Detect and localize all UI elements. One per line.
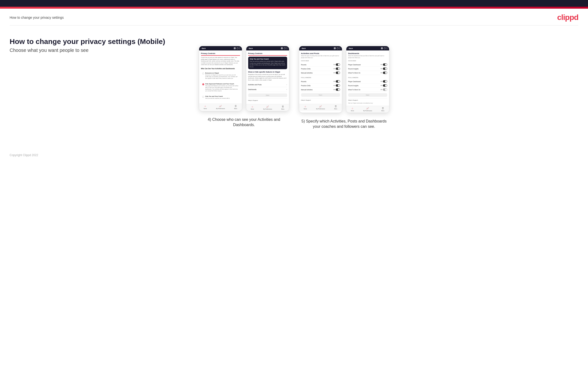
phone-topbar-3: ‹ Back — [299, 46, 342, 50]
menu-icon-4[interactable] — [387, 47, 387, 49]
nav-home-3[interactable]: ⌂ Home — [304, 105, 307, 109]
manual-followers-toggle[interactable] — [336, 88, 340, 91]
radio-approved-1b[interactable]: Only Approved Followers and Your Coach O… — [201, 82, 240, 93]
nav-perf-2b[interactable]: 📈 My Performance — [263, 105, 272, 110]
nav-home-4[interactable]: ⌂ Home — [351, 107, 354, 111]
dashboards-desc-4: Select the dashboards that you'd like to… — [348, 55, 387, 58]
nav-perf-1b[interactable]: 📈 My Performance — [216, 105, 225, 109]
phone-topbar-4: ‹ Back — [346, 46, 389, 50]
profile-icon-3[interactable] — [337, 47, 339, 49]
list-dashboards-2b[interactable]: Dashboards › — [248, 87, 287, 92]
back-btn-2b[interactable]: ‹ Back — [248, 48, 253, 49]
drills-coaches-toggle-wrap: ON — [333, 67, 340, 70]
phone-screen-1b: ‹ Back Privacy Controls Control how you … — [199, 46, 242, 111]
nav-perf-3[interactable]: 📈 My Performance — [316, 105, 325, 109]
menu-icon-nav-1b: ☰ — [235, 105, 237, 107]
profile-icon-2b[interactable] — [284, 47, 286, 49]
player-dash-followers-label: Player Dashboard — [348, 81, 361, 82]
nav-menu-3[interactable]: ☰ Menu — [334, 105, 337, 109]
nav-menu-2b[interactable]: ☰ Menu — [281, 105, 285, 110]
rounds-coaches-on: ON — [333, 64, 335, 65]
manual-coaches-on: ON — [333, 72, 335, 74]
player-dash-coaches-on: ON — [380, 64, 382, 65]
nav-menu-label-2b: Menu — [281, 108, 285, 110]
right-pair: ‹ Back Activities and Posts Select the t… — [299, 46, 389, 113]
dark-top-bar — [0, 0, 588, 7]
perf-icon-2b: 📈 — [266, 105, 269, 108]
back-btn-4[interactable]: ‹ Back — [348, 48, 353, 49]
round-insights-followers-toggle[interactable] — [383, 84, 387, 87]
help-support-2b: Help & Support — [248, 99, 287, 102]
followers-label-3: FOLLOWERS — [301, 77, 340, 78]
phone-body-2b: Privacy Controls Only You and Your Coach… — [246, 50, 289, 104]
player-dash-followers-toggle[interactable] — [383, 80, 387, 83]
menu-icon-nav-2b: ☰ — [282, 105, 284, 108]
save-btn-2b[interactable]: Save — [248, 93, 287, 97]
phone-topbar-1b: ‹ Back — [199, 46, 242, 50]
list-dashboards-label-2b: Dashboards — [248, 89, 257, 90]
drills-coaches-toggle[interactable] — [336, 67, 340, 70]
profile-icon-4[interactable] — [384, 47, 386, 49]
nav-home-1b[interactable]: ⌂ Home — [204, 105, 207, 109]
radio-label-approved-1b: Only Approved Followers and Your Coach — [205, 83, 239, 84]
save-btn-4[interactable]: Save — [348, 93, 387, 97]
nav-perf-label-3: My Performance — [316, 108, 325, 109]
help-support-4: Help & Support — [348, 98, 387, 102]
search-icon-3[interactable] — [334, 47, 336, 49]
header-title: How to change your privacy settings — [10, 16, 64, 19]
logo: clippd — [557, 13, 578, 22]
nav-home-2b[interactable]: ⌂ Home — [251, 105, 254, 110]
player-dash-followers-wrap: ON — [380, 80, 387, 83]
profile-icon-1b[interactable] — [237, 47, 239, 49]
back-btn-3[interactable]: ‹ Back — [301, 48, 306, 49]
player-dash-coaches-toggle[interactable] — [383, 63, 387, 66]
search-icon-2b[interactable] — [281, 47, 283, 49]
menu-icon-1b[interactable] — [240, 47, 240, 49]
caption-1: 4) Choose who can see your Activities an… — [201, 117, 287, 128]
toggle-what-to-work-coaches: What To Work On ON — [348, 71, 387, 75]
player-dash-coaches-wrap: ON — [380, 63, 387, 66]
nav-home-label-1b: Home — [204, 108, 207, 109]
search-icon-4[interactable] — [381, 47, 383, 49]
main-content: How to change your privacy settings (Mob… — [0, 25, 588, 144]
list-dashboards-chevron-2b: › — [286, 88, 287, 91]
caption-2: 5) Specify which Activities, Posts and D… — [301, 119, 388, 129]
manual-coaches-toggle[interactable] — [336, 72, 340, 74]
round-insights-coaches-toggle[interactable] — [383, 67, 387, 70]
nav-perf-4[interactable]: 📈 My Performance — [363, 107, 372, 111]
header: How to change your privacy settings clip… — [0, 9, 588, 25]
back-btn-1b[interactable]: ‹ Back — [201, 48, 206, 49]
radio-only-you-1b[interactable]: Only You and Your Coach Only you and the… — [201, 94, 240, 101]
what-to-work-coaches-on: ON — [380, 72, 382, 74]
manual-coaches-toggle-wrap: ON — [333, 72, 340, 74]
save-btn-3[interactable]: Save — [301, 93, 340, 97]
drills-followers-toggle[interactable] — [336, 84, 340, 87]
search-icon-1b[interactable] — [234, 47, 236, 49]
radio-desc-everyone-1b: Everyone on Clippd can search for you an… — [205, 74, 239, 79]
home-icon-2b: ⌂ — [252, 105, 253, 108]
radio-everyone-1b[interactable]: Everyone on Clippd Everyone on Clippd ca… — [201, 71, 240, 81]
drills-followers-on: ON — [333, 85, 335, 86]
menu-icon-3[interactable] — [340, 47, 340, 49]
nav-menu-1b[interactable]: ☰ Menu — [234, 105, 237, 109]
radio-desc-only-you-1b: Only you and the coaches you connect wit… — [205, 98, 230, 99]
perf-icon-3: 📈 — [319, 105, 322, 108]
phone-body-4: Dashboards Select the dashboards that yo… — [346, 50, 389, 106]
dashboards-title-4: Dashboards — [348, 52, 387, 55]
what-to-work-coaches-toggle[interactable] — [383, 72, 387, 74]
home-icon-3: ⌂ — [305, 105, 306, 108]
toggle-rounds-followers: Rounds ON — [301, 80, 340, 83]
rounds-followers-toggle[interactable] — [336, 80, 340, 83]
nav-menu-4[interactable]: ☰ Menu — [381, 107, 385, 111]
menu-icon-2b[interactable] — [287, 47, 287, 49]
privacy-heading-2b: Privacy Controls — [248, 52, 287, 56]
drills-followers-label: Practice Drills — [301, 85, 311, 86]
radio-circle-approved-1b — [202, 83, 204, 85]
round-insights-followers-wrap: ON — [380, 84, 387, 87]
radio-text-everyone-1b: Everyone on Clippd Everyone on Clippd ca… — [205, 72, 239, 79]
activities-desc-3: Select the types of activity that you'd … — [301, 55, 340, 58]
what-to-work-followers-toggle[interactable] — [383, 88, 387, 91]
coaches-label-4: COACHES — [348, 60, 387, 61]
list-activities-2b[interactable]: Activities and Posts › — [248, 82, 287, 87]
rounds-coaches-toggle[interactable] — [336, 63, 340, 66]
